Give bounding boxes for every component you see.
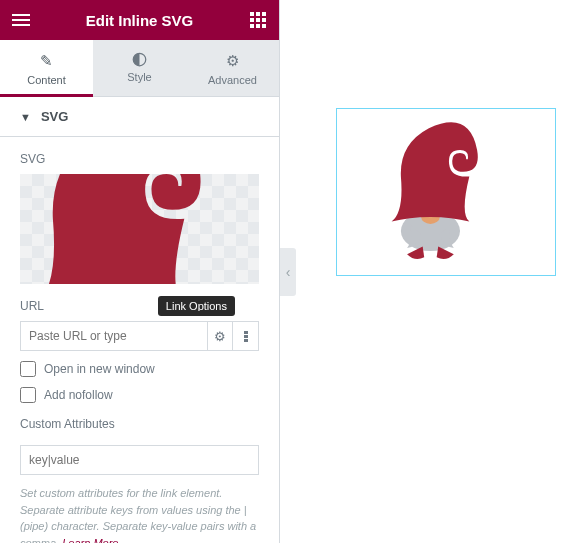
open-new-window-checkbox[interactable]	[20, 361, 36, 377]
tab-style[interactable]: Style	[93, 40, 186, 96]
database-icon	[244, 330, 248, 343]
tab-advanced[interactable]: ⚙ Advanced	[186, 40, 279, 96]
gnome-svg	[20, 174, 259, 284]
dynamic-tags-button[interactable]	[233, 321, 259, 351]
gear-icon: ⚙	[190, 52, 275, 70]
chevron-left-icon: ‹	[286, 264, 291, 280]
gear-icon: ⚙	[214, 329, 226, 344]
menu-button[interactable]	[10, 9, 32, 31]
panel-collapse-handle[interactable]: ‹	[280, 248, 296, 296]
tab-label: Style	[127, 71, 151, 83]
panel-header: Edit Inline SVG	[0, 0, 279, 40]
hamburger-icon	[12, 11, 30, 29]
tab-label: Advanced	[208, 74, 257, 86]
panel-title: Edit Inline SVG	[32, 12, 247, 29]
url-control: Link Options ⚙	[20, 321, 259, 351]
selected-widget[interactable]	[336, 108, 556, 276]
tab-content[interactable]: ✎ Content	[0, 40, 93, 96]
contrast-icon	[132, 52, 147, 67]
svg-control-label: SVG	[20, 152, 259, 166]
open-new-window-label: Open in new window	[44, 362, 155, 376]
url-input[interactable]	[20, 321, 207, 351]
add-nofollow-row[interactable]: Add nofollow	[20, 387, 259, 403]
preview-area: ‹	[280, 0, 574, 543]
add-nofollow-checkbox[interactable]	[20, 387, 36, 403]
svg-media-preview[interactable]	[20, 174, 259, 284]
custom-attr-help: Set custom attributes for the link eleme…	[20, 485, 259, 543]
widgets-button[interactable]	[247, 9, 269, 31]
learn-more-link[interactable]: Learn More	[62, 537, 118, 544]
gnome-svg	[376, 112, 516, 272]
editor-panel: Edit Inline SVG ✎ Content Style ⚙ Advanc…	[0, 0, 280, 543]
tabs: ✎ Content Style ⚙ Advanced	[0, 40, 279, 97]
link-options-tooltip: Link Options	[158, 296, 235, 316]
open-new-window-row[interactable]: Open in new window	[20, 361, 259, 377]
caret-down-icon: ▼	[20, 111, 31, 123]
custom-attributes-input[interactable]	[20, 445, 259, 475]
grid-icon	[250, 12, 266, 28]
panel-body: ▼ SVG SVG URL Link Options ⚙	[0, 97, 279, 543]
tab-label: Content	[27, 74, 66, 86]
section-body: SVG URL Link Options ⚙ Open in new windo…	[0, 137, 279, 543]
add-nofollow-label: Add nofollow	[44, 388, 113, 402]
section-toggle-svg[interactable]: ▼ SVG	[0, 97, 279, 137]
link-options-button[interactable]: ⚙	[207, 321, 233, 351]
section-title: SVG	[41, 109, 68, 124]
custom-attr-label: Custom Attributes	[20, 417, 259, 431]
pencil-icon: ✎	[4, 52, 89, 70]
